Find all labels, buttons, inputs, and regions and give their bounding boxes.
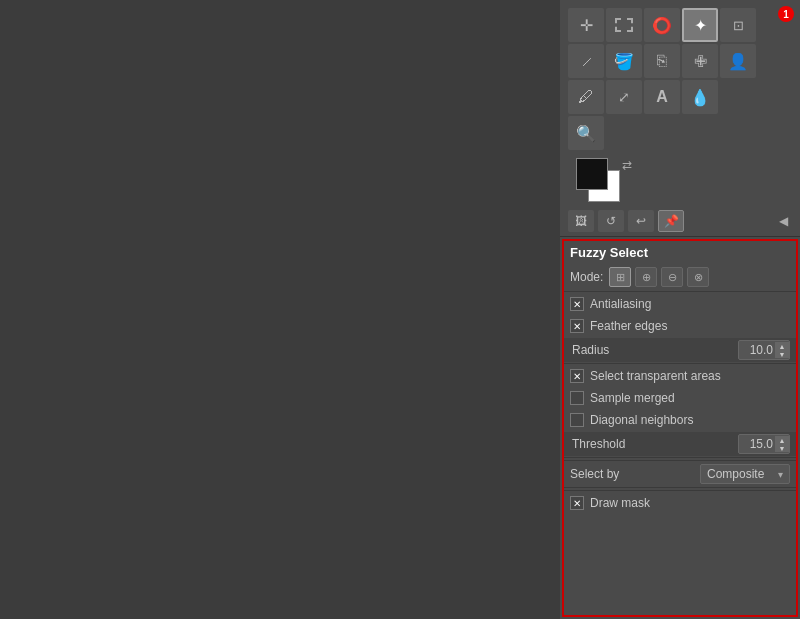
paths-icon: 🖊 bbox=[578, 88, 594, 106]
color-swatches: ⇄ bbox=[576, 158, 632, 202]
tool-options-title: Fuzzy Select bbox=[564, 241, 796, 264]
threshold-increment[interactable]: ▲ bbox=[775, 436, 789, 444]
mode-subtract-button[interactable]: ⊖ bbox=[661, 267, 683, 287]
threshold-decrement[interactable]: ▼ bbox=[775, 444, 789, 452]
select-transparent-label: Select transparent areas bbox=[590, 369, 721, 383]
tool-lasso[interactable]: ⭕ bbox=[644, 8, 680, 42]
tool-crop[interactable]: ⊡ bbox=[720, 8, 756, 42]
feather-edges-checkbox[interactable]: ✕ bbox=[570, 319, 584, 333]
left-area bbox=[0, 0, 560, 619]
sample-merged-row: Sample merged bbox=[564, 387, 796, 409]
select-by-value: Composite bbox=[707, 467, 764, 481]
select-transparent-row: ✕ Select transparent areas bbox=[564, 365, 796, 387]
bucket-icon: 🪣 bbox=[614, 52, 634, 71]
radius-decrement[interactable]: ▼ bbox=[775, 350, 789, 358]
sample-merged-checkbox[interactable] bbox=[570, 391, 584, 405]
move-icon: ✛ bbox=[580, 16, 593, 35]
radius-spinner-btns: ▲ ▼ bbox=[775, 342, 789, 358]
heal-icon: ✙ bbox=[694, 52, 707, 71]
toolbox: 1 ✛ ⭕ ✦ ⊡ ⟋ 🪣 bbox=[560, 0, 800, 619]
pin-icon: 📌 bbox=[664, 214, 679, 228]
sample-merged-label: Sample merged bbox=[590, 391, 675, 405]
tool-grid: ✛ ⭕ ✦ ⊡ ⟋ 🪣 ⎘ bbox=[560, 0, 800, 154]
diagonal-neighbors-checkbox[interactable] bbox=[570, 413, 584, 427]
eyedrop-icon: 💧 bbox=[690, 88, 710, 107]
tool-paths[interactable]: 🖊 bbox=[568, 80, 604, 114]
image-mode-button[interactable]: 🖼 bbox=[568, 210, 594, 232]
draw-mask-checkbox[interactable]: ✕ bbox=[570, 496, 584, 510]
image-mode-icon: 🖼 bbox=[575, 214, 587, 228]
antialiasing-label: Antialiasing bbox=[590, 297, 651, 311]
antialiasing-checkbox[interactable]: ✕ bbox=[570, 297, 584, 311]
perspective-icon: ⟋ bbox=[579, 53, 594, 70]
threshold-input[interactable] bbox=[739, 437, 775, 451]
radius-input[interactable] bbox=[739, 343, 775, 357]
select-transparent-checkbox[interactable]: ✕ bbox=[570, 369, 584, 383]
rect-select-icon bbox=[615, 18, 633, 32]
mode-label: Mode: bbox=[570, 270, 603, 284]
text-icon: A bbox=[656, 88, 668, 106]
pin-button[interactable]: 📌 bbox=[658, 210, 684, 232]
clone-icon: ⎘ bbox=[657, 52, 667, 70]
mode-replace-icon: ⊞ bbox=[616, 271, 625, 284]
select-by-label: Select by bbox=[570, 467, 700, 481]
divider-4 bbox=[564, 490, 796, 491]
threshold-label: Threshold bbox=[570, 437, 738, 451]
color-area: ⇄ bbox=[560, 154, 800, 206]
feather-edges-label: Feather edges bbox=[590, 319, 667, 333]
tool-eyedrop[interactable]: 💧 bbox=[682, 80, 718, 114]
tool-foreground[interactable]: 👤 bbox=[720, 44, 756, 78]
tool-rect-select[interactable] bbox=[606, 8, 642, 42]
crop-icon: ⊡ bbox=[733, 18, 744, 33]
mode-row: Mode: ⊞ ⊕ ⊖ ⊗ bbox=[564, 264, 796, 290]
tool-bucket[interactable]: 🪣 bbox=[606, 44, 642, 78]
tool-fuzzy-select[interactable]: ✦ bbox=[682, 8, 718, 42]
notification-badge: 1 bbox=[778, 6, 794, 22]
mode-add-icon: ⊕ bbox=[642, 271, 651, 284]
mode-subtract-icon: ⊖ bbox=[668, 271, 677, 284]
zoom-icon: 🔍 bbox=[576, 124, 596, 143]
mode-replace-button[interactable]: ⊞ bbox=[609, 267, 631, 287]
tool-text[interactable]: A bbox=[644, 80, 680, 114]
select-by-row: Select by Composite ▾ bbox=[564, 460, 796, 488]
antialiasing-row: ✕ Antialiasing bbox=[564, 293, 796, 315]
divider-2 bbox=[564, 363, 796, 364]
transform-icon: ⤢ bbox=[618, 89, 630, 105]
reset-icon: ↺ bbox=[606, 214, 616, 228]
bottom-icons-row: 🖼 ↺ ↩ 📌 ◀ bbox=[560, 206, 800, 237]
swap-colors-icon[interactable]: ⇄ bbox=[622, 158, 632, 172]
feather-edges-row: ✕ Feather edges bbox=[564, 315, 796, 337]
diagonal-neighbors-label: Diagonal neighbors bbox=[590, 413, 693, 427]
undo-button[interactable]: ↩ bbox=[628, 210, 654, 232]
tool-transform[interactable]: ⤢ bbox=[606, 80, 642, 114]
draw-mask-row: ✕ Draw mask bbox=[564, 492, 796, 514]
collapse-icon: ◀ bbox=[779, 214, 788, 228]
select-by-chevron: ▾ bbox=[778, 469, 783, 480]
tool-clone[interactable]: ⎘ bbox=[644, 44, 680, 78]
mode-add-button[interactable]: ⊕ bbox=[635, 267, 657, 287]
radius-increment[interactable]: ▲ bbox=[775, 342, 789, 350]
main-container: 1 ✛ ⭕ ✦ ⊡ ⟋ 🪣 bbox=[0, 0, 800, 619]
threshold-row: Threshold ▲ ▼ bbox=[564, 432, 796, 456]
select-by-dropdown[interactable]: Composite ▾ bbox=[700, 464, 790, 484]
foreground-color-swatch[interactable] bbox=[576, 158, 608, 190]
radius-label: Radius bbox=[570, 343, 738, 357]
fuzzy-select-icon: ✦ bbox=[694, 16, 707, 35]
collapse-button[interactable]: ◀ bbox=[774, 212, 792, 230]
lasso-icon: ⭕ bbox=[652, 16, 672, 35]
tool-heal[interactable]: ✙ bbox=[682, 44, 718, 78]
tool-options-panel: Fuzzy Select Mode: ⊞ ⊕ ⊖ ⊗ bbox=[562, 239, 798, 617]
tool-perspective[interactable]: ⟋ bbox=[568, 44, 604, 78]
mode-intersect-button[interactable]: ⊗ bbox=[687, 267, 709, 287]
reset-button[interactable]: ↺ bbox=[598, 210, 624, 232]
divider-3 bbox=[564, 457, 796, 458]
mode-intersect-icon: ⊗ bbox=[694, 271, 703, 284]
threshold-spinner-btns: ▲ ▼ bbox=[775, 436, 789, 452]
divider-1 bbox=[564, 291, 796, 292]
tool-move[interactable]: ✛ bbox=[568, 8, 604, 42]
undo-icon: ↩ bbox=[636, 214, 646, 228]
diagonal-neighbors-row: Diagonal neighbors bbox=[564, 409, 796, 431]
radius-spinner[interactable]: ▲ ▼ bbox=[738, 340, 790, 360]
threshold-spinner[interactable]: ▲ ▼ bbox=[738, 434, 790, 454]
tool-zoom[interactable]: 🔍 bbox=[568, 116, 604, 150]
